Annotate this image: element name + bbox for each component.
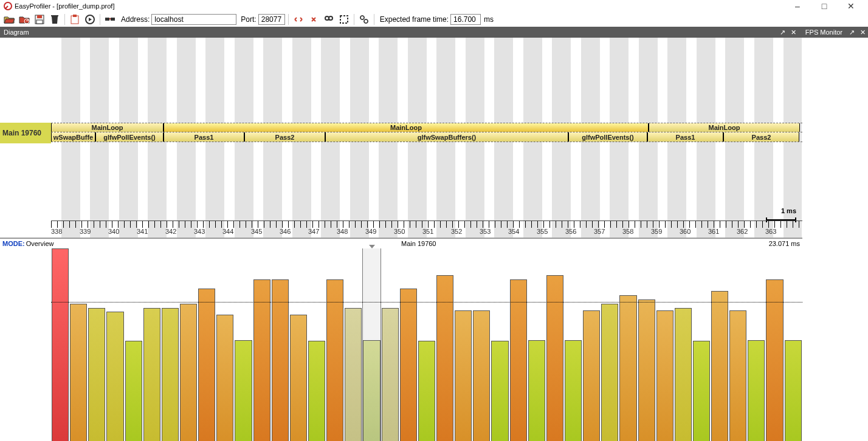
- ruler-tick-label: 342: [165, 228, 194, 238]
- overview-bar[interactable]: [363, 340, 380, 441]
- overview-chart[interactable]: [51, 248, 802, 441]
- snapshot-button[interactable]: [337, 13, 351, 26]
- ruler-tick-label: 339: [80, 228, 108, 238]
- ruler-tick-label: 341: [137, 228, 165, 238]
- overview-bar[interactable]: [565, 340, 582, 441]
- overview-bar[interactable]: [583, 310, 600, 441]
- open-button[interactable]: [2, 13, 16, 26]
- flame-block[interactable]: wSwapBuffe: [51, 132, 95, 142]
- reload-button[interactable]: [18, 13, 31, 26]
- detach-diagram-button[interactable]: ↗: [778, 27, 788, 37]
- flame-block[interactable]: Pass2: [244, 132, 325, 142]
- overview-header: MODE: Overview Main 19760 23.071 ms: [0, 239, 802, 248]
- overview-bar[interactable]: [638, 299, 655, 441]
- delete-button[interactable]: [48, 13, 61, 26]
- timeline[interactable]: Main 19760 MainLoopMainLoopMainLoop wSwa…: [0, 38, 802, 238]
- overview-bar[interactable]: [675, 308, 692, 441]
- overview-bar[interactable]: [70, 304, 87, 441]
- flame-block[interactable]: Pass1: [647, 132, 723, 142]
- close-diagram-button[interactable]: ✕: [789, 27, 799, 37]
- flame-row-1[interactable]: wSwapBuffeglfwPollEvents()Pass1Pass2glfw…: [51, 132, 802, 142]
- overview-bar[interactable]: [88, 308, 105, 441]
- minimize-button[interactable]: –: [784, 0, 811, 12]
- overview-bar[interactable]: [510, 279, 527, 441]
- overview-bar[interactable]: [711, 291, 728, 441]
- overview-bar[interactable]: [693, 341, 710, 441]
- time-ruler[interactable]: 3383393403413423433443453463473483493503…: [51, 220, 802, 238]
- overview-bar[interactable]: [125, 341, 142, 441]
- overview-bar[interactable]: [308, 341, 325, 441]
- address-input[interactable]: localhost: [151, 14, 236, 25]
- address-label: Address:: [121, 15, 150, 24]
- overview-bar[interactable]: [601, 304, 618, 441]
- overview-bar[interactable]: [326, 279, 343, 441]
- detach-fps-button[interactable]: ↗: [847, 27, 856, 37]
- overview-bar[interactable]: [748, 340, 765, 441]
- svg-rect-7: [73, 15, 77, 17]
- port-label: Port:: [241, 15, 256, 24]
- overview-bar[interactable]: [290, 315, 307, 441]
- flame-block[interactable]: glfwPollEvents(): [568, 132, 647, 142]
- diagram-panel-title: Diagram: [0, 29, 33, 36]
- ruler-tick-label: 350: [394, 228, 422, 238]
- svg-point-15: [364, 19, 368, 23]
- svg-point-14: [360, 16, 364, 19]
- flame-block[interactable]: Pass2: [723, 132, 799, 142]
- ruler-tick-label: 357: [594, 228, 622, 238]
- flame-block[interactable]: glfwPollEvents(): [95, 132, 164, 142]
- overview-panel: MODE: Overview Main 19760 23.071 ms Main…: [0, 238, 802, 441]
- overview-bar[interactable]: [180, 304, 197, 441]
- overview-bar[interactable]: [272, 279, 289, 441]
- overview-bar[interactable]: [436, 275, 453, 441]
- overview-bar[interactable]: [619, 295, 636, 441]
- overview-bar[interactable]: [491, 341, 508, 441]
- overview-bar[interactable]: [143, 308, 160, 441]
- maximize-button[interactable]: □: [811, 0, 838, 12]
- expected-frame-input[interactable]: 16.700: [450, 14, 481, 25]
- overview-bar[interactable]: [528, 340, 545, 441]
- flame-block[interactable]: glfwSwapBuffers(): [325, 132, 568, 142]
- search-button[interactable]: [322, 13, 336, 26]
- overview-bar[interactable]: [198, 289, 215, 441]
- record-button[interactable]: [83, 13, 97, 26]
- overview-bar[interactable]: [455, 310, 472, 441]
- collapse-all-button[interactable]: [307, 13, 320, 26]
- close-button[interactable]: ✕: [838, 0, 864, 12]
- overview-bar[interactable]: [253, 279, 270, 441]
- overview-bar[interactable]: [546, 275, 563, 441]
- close-fps-button[interactable]: ✕: [858, 27, 867, 37]
- expand-all-button[interactable]: [292, 13, 305, 26]
- overview-bar[interactable]: [656, 310, 673, 441]
- overview-bar[interactable]: [345, 308, 362, 441]
- save-button[interactable]: [33, 13, 46, 26]
- flame-rows[interactable]: MainLoopMainLoopMainLoop wSwapBuffeglfwP…: [51, 123, 802, 142]
- overview-bar[interactable]: [106, 312, 123, 441]
- flame-block[interactable]: MainLoop: [649, 123, 800, 132]
- overview-bar[interactable]: [235, 340, 252, 441]
- overview-bar[interactable]: [473, 310, 490, 441]
- flame-block[interactable]: MainLoop: [51, 123, 164, 132]
- overview-bar[interactable]: [418, 341, 435, 441]
- port-input[interactable]: 28077: [258, 14, 285, 25]
- overview-bar[interactable]: [729, 310, 746, 441]
- overview-bar[interactable]: [400, 289, 417, 441]
- overview-bar[interactable]: [785, 340, 802, 441]
- thread-lane-label[interactable]: Main 19760: [0, 123, 51, 143]
- clipboard-button[interactable]: [68, 13, 81, 26]
- flame-block[interactable]: Pass1: [164, 132, 244, 142]
- overview-bar[interactable]: [52, 248, 69, 441]
- flame-block[interactable]: MainLoop: [164, 123, 649, 132]
- settings-button[interactable]: [357, 13, 371, 26]
- ruler-tick-label: 354: [508, 228, 537, 238]
- ruler-tick-label: 348: [337, 228, 365, 238]
- ruler-tick-label: 361: [708, 228, 737, 238]
- overview-bar[interactable]: [766, 279, 783, 441]
- flame-row-0[interactable]: MainLoopMainLoopMainLoop: [51, 123, 802, 132]
- svg-rect-13: [340, 16, 348, 23]
- overview-bar[interactable]: [216, 315, 233, 441]
- overview-bar[interactable]: [382, 308, 399, 441]
- ruler-tick-label: 360: [680, 228, 708, 238]
- connect-button[interactable]: [103, 13, 117, 26]
- overview-bar[interactable]: [162, 308, 179, 441]
- ruler-tick-label: 343: [194, 228, 222, 238]
